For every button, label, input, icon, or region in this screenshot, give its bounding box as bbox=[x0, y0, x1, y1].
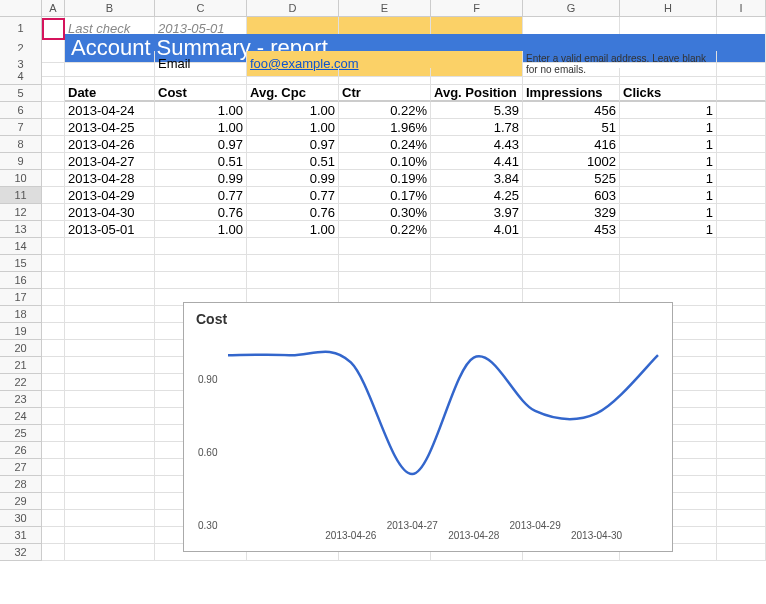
col-header-G[interactable]: G bbox=[523, 0, 620, 17]
cell-empty[interactable] bbox=[717, 425, 766, 442]
cell-empty[interactable] bbox=[717, 340, 766, 357]
cell-empty[interactable] bbox=[247, 272, 339, 289]
cell-I7[interactable] bbox=[717, 119, 766, 136]
data-date[interactable]: 2013-04-27 bbox=[65, 153, 155, 170]
data-pos[interactable]: 1.78 bbox=[431, 119, 523, 136]
data-pos[interactable]: 4.01 bbox=[431, 221, 523, 238]
data-cost[interactable]: 0.99 bbox=[155, 170, 247, 187]
cell-empty[interactable] bbox=[42, 459, 65, 476]
row-header-25[interactable]: 25 bbox=[0, 425, 42, 442]
data-pos[interactable]: 5.39 bbox=[431, 102, 523, 119]
cell-A6[interactable] bbox=[42, 102, 65, 119]
row-header-21[interactable]: 21 bbox=[0, 357, 42, 374]
cell-I8[interactable] bbox=[717, 136, 766, 153]
data-impr[interactable]: 329 bbox=[523, 204, 620, 221]
cell-I9[interactable] bbox=[717, 153, 766, 170]
cell-empty[interactable] bbox=[717, 459, 766, 476]
cell-empty[interactable] bbox=[717, 272, 766, 289]
data-ctr[interactable]: 0.19% bbox=[339, 170, 431, 187]
cell-empty[interactable] bbox=[65, 289, 155, 306]
data-pos[interactable]: 4.25 bbox=[431, 187, 523, 204]
row-header-5[interactable]: 5 bbox=[0, 85, 42, 102]
table-header-date[interactable]: Date bbox=[65, 85, 155, 102]
data-date[interactable]: 2013-04-26 bbox=[65, 136, 155, 153]
corner-select-all[interactable] bbox=[0, 0, 42, 17]
cell-empty[interactable] bbox=[717, 238, 766, 255]
row-header-32[interactable]: 32 bbox=[0, 544, 42, 561]
cell-I10[interactable] bbox=[717, 170, 766, 187]
col-header-E[interactable]: E bbox=[339, 0, 431, 17]
cell-A11[interactable] bbox=[42, 187, 65, 204]
cell-empty[interactable] bbox=[65, 306, 155, 323]
cell-empty[interactable] bbox=[717, 255, 766, 272]
data-impr[interactable]: 525 bbox=[523, 170, 620, 187]
data-clicks[interactable]: 1 bbox=[620, 119, 717, 136]
data-cpc[interactable]: 1.00 bbox=[247, 221, 339, 238]
cell-empty[interactable] bbox=[42, 527, 65, 544]
data-date[interactable]: 2013-04-28 bbox=[65, 170, 155, 187]
row-header-18[interactable]: 18 bbox=[0, 306, 42, 323]
cell-empty[interactable] bbox=[65, 425, 155, 442]
cell-A5[interactable] bbox=[42, 85, 65, 102]
cell-empty[interactable] bbox=[523, 68, 620, 85]
cell-empty[interactable] bbox=[65, 391, 155, 408]
row-header-4[interactable]: 4 bbox=[0, 68, 42, 85]
col-header-H[interactable]: H bbox=[620, 0, 717, 17]
row-header-22[interactable]: 22 bbox=[0, 374, 42, 391]
cell-empty[interactable] bbox=[431, 68, 523, 85]
cell-I5[interactable] bbox=[717, 85, 766, 102]
col-header-A[interactable]: A bbox=[42, 0, 65, 17]
cell-empty[interactable] bbox=[65, 323, 155, 340]
cell-I6[interactable] bbox=[717, 102, 766, 119]
data-cost[interactable]: 1.00 bbox=[155, 102, 247, 119]
data-clicks[interactable]: 1 bbox=[620, 221, 717, 238]
row-header-27[interactable]: 27 bbox=[0, 459, 42, 476]
data-cost[interactable]: 1.00 bbox=[155, 221, 247, 238]
cell-empty[interactable] bbox=[620, 238, 717, 255]
data-impr[interactable]: 453 bbox=[523, 221, 620, 238]
cell-A13[interactable] bbox=[42, 221, 65, 238]
cell-empty[interactable] bbox=[42, 544, 65, 561]
cell-empty[interactable] bbox=[42, 391, 65, 408]
cell-empty[interactable] bbox=[523, 238, 620, 255]
table-header-cost[interactable]: Cost bbox=[155, 85, 247, 102]
cell-empty[interactable] bbox=[65, 527, 155, 544]
cell-empty[interactable] bbox=[717, 544, 766, 561]
cell-empty[interactable] bbox=[42, 493, 65, 510]
data-ctr[interactable]: 0.30% bbox=[339, 204, 431, 221]
data-clicks[interactable]: 1 bbox=[620, 153, 717, 170]
cell-empty[interactable] bbox=[620, 255, 717, 272]
cell-empty[interactable] bbox=[65, 272, 155, 289]
data-ctr[interactable]: 0.17% bbox=[339, 187, 431, 204]
cell-empty[interactable] bbox=[42, 68, 65, 85]
cell-empty[interactable] bbox=[717, 374, 766, 391]
cell-empty[interactable] bbox=[65, 340, 155, 357]
cell-empty[interactable] bbox=[65, 459, 155, 476]
cell-empty[interactable] bbox=[247, 68, 339, 85]
row-header-11[interactable]: 11 bbox=[0, 187, 42, 204]
row-header-9[interactable]: 9 bbox=[0, 153, 42, 170]
cell-empty[interactable] bbox=[717, 408, 766, 425]
cell-empty[interactable] bbox=[42, 255, 65, 272]
data-clicks[interactable]: 1 bbox=[620, 136, 717, 153]
data-cost[interactable]: 0.51 bbox=[155, 153, 247, 170]
data-clicks[interactable]: 1 bbox=[620, 102, 717, 119]
cell-empty[interactable] bbox=[65, 408, 155, 425]
cell-empty[interactable] bbox=[717, 442, 766, 459]
cell-empty[interactable] bbox=[339, 238, 431, 255]
row-header-26[interactable]: 26 bbox=[0, 442, 42, 459]
data-ctr[interactable]: 0.22% bbox=[339, 102, 431, 119]
cell-empty[interactable] bbox=[65, 493, 155, 510]
cell-empty[interactable] bbox=[431, 255, 523, 272]
cell-empty[interactable] bbox=[431, 238, 523, 255]
data-ctr[interactable]: 0.22% bbox=[339, 221, 431, 238]
cell-empty[interactable] bbox=[65, 442, 155, 459]
cell-empty[interactable] bbox=[339, 255, 431, 272]
cell-empty[interactable] bbox=[42, 357, 65, 374]
row-header-6[interactable]: 6 bbox=[0, 102, 42, 119]
row-header-7[interactable]: 7 bbox=[0, 119, 42, 136]
row-header-15[interactable]: 15 bbox=[0, 255, 42, 272]
table-header-clicks[interactable]: Clicks bbox=[620, 85, 717, 102]
cell-empty[interactable] bbox=[155, 68, 247, 85]
data-impr[interactable]: 603 bbox=[523, 187, 620, 204]
